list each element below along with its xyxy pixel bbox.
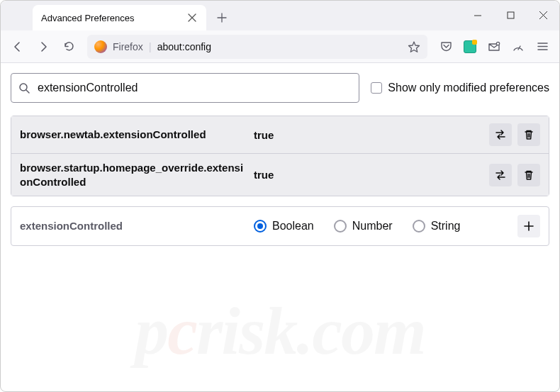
svg-rect-0 <box>508 12 514 18</box>
minimize-button[interactable] <box>461 1 494 30</box>
search-input-value: extensionControlled <box>38 82 352 94</box>
show-modified-checkbox[interactable]: Show only modified preferences <box>371 82 549 94</box>
reload-button[interactable] <box>57 35 80 58</box>
toolbar: Firefox | about:config <box>1 30 559 63</box>
radio-number[interactable]: Number <box>334 220 393 233</box>
menu-button[interactable] <box>531 35 554 58</box>
close-tab-icon[interactable] <box>186 12 198 23</box>
url-bar[interactable]: Firefox | about:config <box>87 35 427 59</box>
firefox-logo-icon <box>94 40 107 53</box>
new-preference-row: extensionControlled Boolean Number Strin… <box>11 206 549 246</box>
titlebar: Advanced Preferences <box>1 1 559 30</box>
toolbar-right <box>435 35 554 58</box>
content-area: extensionControlled Show only modified p… <box>1 63 559 256</box>
toggle-button[interactable] <box>489 123 512 146</box>
new-pref-name: extensionControlled <box>20 219 247 233</box>
radio-label: Boolean <box>272 220 314 233</box>
url-divider: | <box>149 40 152 52</box>
forward-button[interactable] <box>32 35 55 58</box>
add-button[interactable] <box>517 215 540 237</box>
extension-icon[interactable] <box>459 35 481 58</box>
new-tab-button[interactable] <box>212 8 232 28</box>
row-actions <box>489 164 540 186</box>
toggle-button[interactable] <box>489 164 512 186</box>
pref-row: browser.newtab.extensionControlled true <box>11 116 549 153</box>
preferences-table: browser.newtab.extensionControlled true … <box>11 116 549 196</box>
checkbox-box <box>371 82 382 94</box>
row-actions <box>489 123 540 146</box>
radio-circle-icon <box>413 220 425 233</box>
delete-button[interactable] <box>517 123 540 146</box>
pref-value: true <box>254 169 482 181</box>
close-window-button[interactable] <box>527 1 559 30</box>
svg-point-1 <box>496 42 499 45</box>
radio-string[interactable]: String <box>413 220 461 233</box>
bookmark-star-icon[interactable] <box>408 40 420 53</box>
search-input[interactable]: extensionControlled <box>11 73 359 103</box>
delete-button[interactable] <box>517 164 540 186</box>
search-row: extensionControlled Show only modified p… <box>11 73 549 103</box>
tab-title: Advanced Preferences <box>41 13 181 23</box>
radio-label: String <box>431 220 461 233</box>
back-button[interactable] <box>6 35 29 58</box>
pref-name: browser.startup.homepage_override.extens… <box>20 161 247 189</box>
radio-boolean[interactable]: Boolean <box>254 220 314 233</box>
radio-label: Number <box>352 220 393 233</box>
search-icon <box>18 82 30 94</box>
url-text: about:config <box>157 41 402 52</box>
window-controls <box>461 1 559 30</box>
browser-window: Advanced Preferences <box>0 0 560 392</box>
pref-row: browser.startup.homepage_override.extens… <box>11 153 549 196</box>
dashboard-icon[interactable] <box>507 35 530 58</box>
brand-label: Firefox <box>113 41 143 52</box>
type-radio-group: Boolean Number String <box>254 220 510 233</box>
checkbox-label: Show only modified preferences <box>388 82 549 94</box>
inbox-icon[interactable] <box>483 35 505 58</box>
radio-circle-icon <box>334 220 347 233</box>
pocket-icon[interactable] <box>435 35 457 58</box>
pref-value: true <box>254 129 482 141</box>
tab-advanced-preferences[interactable]: Advanced Preferences <box>33 5 206 30</box>
watermark: pcrisk.com <box>1 291 559 370</box>
radio-circle-icon <box>254 220 267 233</box>
maximize-button[interactable] <box>494 1 527 30</box>
pref-name: browser.newtab.extensionControlled <box>20 128 247 142</box>
